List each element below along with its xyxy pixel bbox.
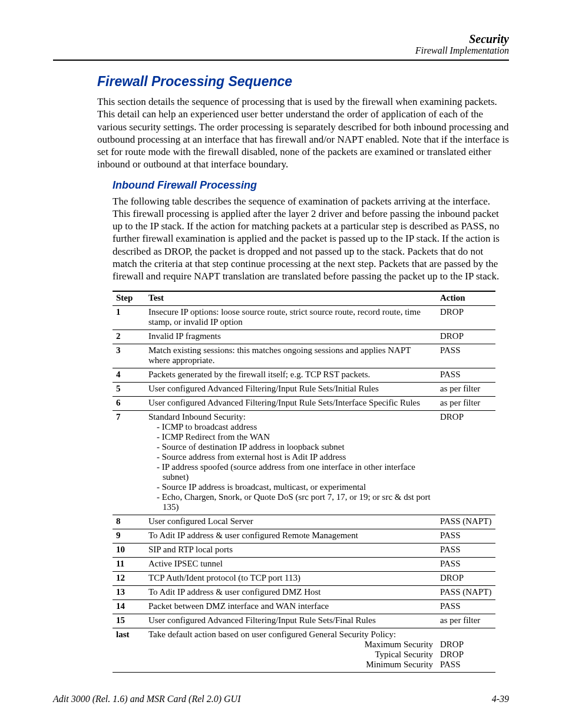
running-head: Security Firewall Implementation (53, 32, 509, 56)
last-test-item: Maximum Security (148, 640, 433, 650)
action-cell: PASS (437, 543, 495, 558)
action-cell: PASS (437, 558, 495, 572)
col-action: Action (437, 291, 495, 306)
test-cell: Invalid IP fragments (145, 330, 437, 344)
last-action-item: DROP (440, 640, 492, 650)
step-cell: 14 (113, 600, 145, 614)
step-cell: 8 (113, 515, 145, 529)
processing-table: Step Test Action 1 Insecure IP options: … (113, 291, 495, 673)
action-cell: DROP DROP PASS (437, 628, 495, 673)
action-cell: PASS (NAPT) (437, 586, 495, 600)
table-row: 1 Insecure IP options: loose source rout… (113, 306, 495, 330)
step-cell: 7 (113, 411, 145, 515)
col-test: Test (145, 291, 437, 306)
step-cell: 10 (113, 543, 145, 558)
page: Security Firewall Implementation Firewal… (0, 0, 562, 728)
test-cell: SIP and RTP local ports (145, 543, 437, 558)
action-cell: PASS (437, 529, 495, 543)
action-cell: PASS (NAPT) (437, 515, 495, 529)
test-cell: Packets generated by the firewall itself… (145, 368, 437, 383)
test-cell: Insecure IP options: loose source route,… (145, 306, 437, 330)
step-cell: 9 (113, 529, 145, 543)
step-cell: 11 (113, 558, 145, 572)
list-item: - Source of destination IP address in lo… (157, 442, 433, 452)
table-header-row: Step Test Action (113, 291, 495, 306)
test-cell: User configured Advanced Filtering/Input… (145, 383, 437, 397)
test-cell: User configured Advanced Filtering/Input… (145, 614, 437, 628)
step-cell: 15 (113, 614, 145, 628)
table-row: 15 User configured Advanced Filtering/In… (113, 614, 495, 628)
list-item: - Source address from external host is A… (157, 452, 433, 462)
step-cell: last (113, 628, 145, 673)
table-row: 5 User configured Advanced Filtering/Inp… (113, 383, 495, 397)
test-cell: TCP Auth/Ident protocol (to TCP port 113… (145, 572, 437, 586)
action-cell: DROP (437, 306, 495, 330)
action-cell: PASS (437, 344, 495, 368)
table-row: 8 User configured Local Server PASS (NAP… (113, 515, 495, 529)
footer-left: Adit 3000 (Rel. 1.6) and MSR Card (Rel 2… (53, 694, 240, 704)
subsection-paragraph: The following table describes the sequen… (97, 195, 509, 283)
table-row: 6 User configured Advanced Filtering/Inp… (113, 397, 495, 411)
list-item: - IP address spoofed (source address fro… (157, 462, 433, 482)
last-test-item: Typical Security (148, 650, 433, 660)
test-cell: Match existing sessions: this matches on… (145, 344, 437, 368)
step-cell: 1 (113, 306, 145, 330)
table-row: 11 Active IPSEC tunnel PASS (113, 558, 495, 572)
subsection-heading: Inbound Firewall Processing (97, 179, 509, 192)
test-cell: User configured Local Server (145, 515, 437, 529)
intro-paragraph: This section details the sequence of pro… (97, 95, 509, 171)
last-action-item: PASS (440, 660, 492, 670)
table-body: 1 Insecure IP options: loose source rout… (113, 306, 495, 673)
table-row: 3 Match existing sessions: this matches … (113, 344, 495, 368)
action-cell: as per filter (437, 383, 495, 397)
test-cell: Packet between DMZ interface and WAN int… (145, 600, 437, 614)
list-item: - ICMP to broadcast address (157, 422, 433, 432)
action-cell: as per filter (437, 614, 495, 628)
last-test-item: Minimum Security (148, 660, 433, 670)
action-cell: DROP (437, 330, 495, 344)
step-cell: 4 (113, 368, 145, 383)
test-cell: To Adit IP address & user configured DMZ… (145, 586, 437, 600)
test-cell: User configured Advanced Filtering/Input… (145, 397, 437, 411)
step-cell: 3 (113, 344, 145, 368)
table-row: 10 SIP and RTP local ports PASS (113, 543, 495, 558)
action-cell: DROP (437, 411, 495, 515)
action-cell: PASS (437, 600, 495, 614)
header-rule (53, 60, 509, 61)
table-row: 12 TCP Auth/Ident protocol (to TCP port … (113, 572, 495, 586)
table-row: 14 Packet between DMZ interface and WAN … (113, 600, 495, 614)
step-cell: 13 (113, 586, 145, 600)
step-cell: 5 (113, 383, 145, 397)
step-cell: 12 (113, 572, 145, 586)
list-item: - ICMP Redirect from the WAN (157, 432, 433, 442)
list-item: - Source IP address is broadcast, multic… (157, 482, 433, 492)
footer-right: 4-39 (492, 694, 509, 704)
table-row: 13 To Adit IP address & user configured … (113, 586, 495, 600)
action-cell: PASS (437, 368, 495, 383)
test-cell: Active IPSEC tunnel (145, 558, 437, 572)
test-cell: Standard Inbound Security: - ICMP to bro… (145, 411, 437, 515)
step-cell: 2 (113, 330, 145, 344)
table-row: 7 Standard Inbound Security: - ICMP to b… (113, 411, 495, 515)
table-row: 4 Packets generated by the firewall itse… (113, 368, 495, 383)
test-list: - ICMP to broadcast address - ICMP Redir… (148, 422, 433, 512)
running-section: Firewall Implementation (53, 45, 509, 56)
test-head: Standard Inbound Security: (148, 412, 433, 422)
action-cell: DROP (437, 572, 495, 586)
main-content: Firewall Processing Sequence This sectio… (53, 74, 509, 673)
table-row-last: last Take default action based on user c… (113, 628, 495, 673)
test-cell: To Adit IP address & user configured Rem… (145, 529, 437, 543)
last-action-item: DROP (440, 650, 492, 660)
test-cell: Take default action based on user config… (145, 628, 437, 673)
last-test-head: Take default action based on user config… (148, 630, 433, 640)
page-footer: Adit 3000 (Rel. 1.6) and MSR Card (Rel 2… (53, 694, 509, 704)
table-row: 9 To Adit IP address & user configured R… (113, 529, 495, 543)
col-step: Step (113, 291, 145, 306)
action-cell: as per filter (437, 397, 495, 411)
table-row: 2 Invalid IP fragments DROP (113, 330, 495, 344)
step-cell: 6 (113, 397, 145, 411)
list-item: - Echo, Chargen, Snork, or Quote DoS (sr… (157, 492, 433, 512)
section-heading: Firewall Processing Sequence (97, 74, 509, 90)
running-chapter: Security (53, 32, 509, 45)
